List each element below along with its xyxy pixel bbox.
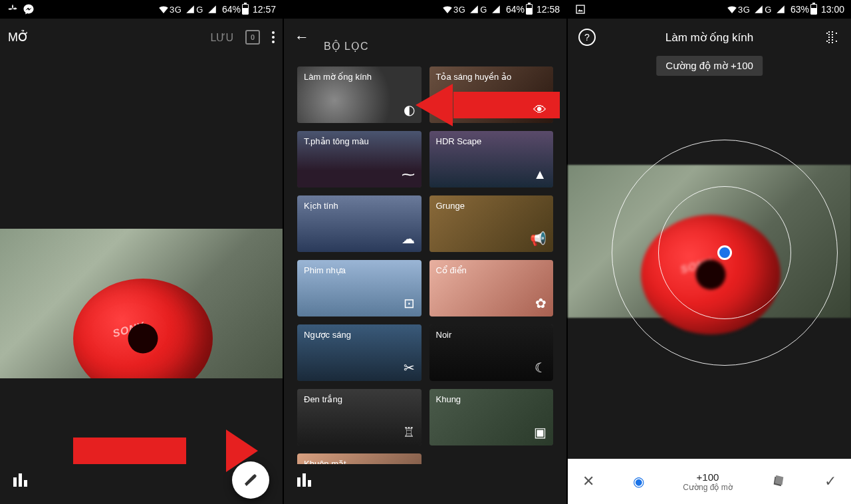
clock: 12:57 — [253, 4, 276, 15]
photo-subject: SONY — [73, 279, 213, 378]
intensity-chip: Cường độ mờ +100 — [656, 56, 763, 76]
signal-icon — [775, 3, 787, 15]
histogram-icon[interactable] — [13, 473, 27, 487]
filter-grainy-film[interactable]: Phim nhựa⊡ — [297, 260, 422, 316]
battery-indicator: 64% — [506, 4, 533, 15]
wifi-icon — [158, 3, 170, 15]
edits-count-badge[interactable]: 0 — [245, 30, 260, 45]
pinwheel-icon — [7, 3, 19, 15]
network-g: G — [765, 5, 772, 15]
value-number: +100 — [683, 471, 732, 483]
filter-label: T.phản tông màu — [304, 136, 369, 146]
status-bar: 3G G 63% 13:00 — [568, 0, 851, 19]
filter-label: Kịch tính — [304, 201, 338, 211]
aperture-icon: ◐ — [404, 102, 415, 118]
network-3g: 3G — [170, 5, 182, 15]
frame-icon: ▣ — [534, 424, 547, 440]
overflow-menu-icon[interactable] — [272, 31, 275, 43]
filter-glamour-glow[interactable]: Tỏa sáng huyền ảo👁 — [429, 66, 554, 123]
filters-heading: BỘ LỌC — [324, 40, 369, 53]
bottom-toolbar — [0, 456, 283, 504]
filter-lens-blur[interactable]: Làm mờ ống kính◐ — [297, 66, 422, 123]
film-icon: ⊡ — [404, 295, 415, 311]
svg-rect-0 — [576, 5, 584, 13]
screen-lens-blur: 3G G 63% 13:00 ? Làm mờ ống kính Cường đ… — [568, 0, 851, 504]
signal-icon — [753, 3, 765, 15]
battery-percent: 63% — [790, 4, 809, 15]
compare-icon[interactable] — [824, 29, 840, 45]
screen-main: 3G G 64% 12:57 MỞ LƯU 0 SONY — [0, 0, 284, 504]
filter-label: Khuôn mặt — [304, 459, 346, 464]
edit-fab[interactable] — [232, 461, 269, 499]
wifi-icon — [726, 3, 738, 15]
filter-label: Ngược sáng — [304, 330, 351, 340]
clock: 12:58 — [537, 4, 560, 15]
megaphone-icon: 📢 — [530, 231, 547, 247]
screen-filters: 3G G 64% 12:58 ← BỘ LỌC Làm mờ ống kính◐… — [284, 0, 568, 504]
filter-label: Khung — [436, 394, 461, 404]
battery-indicator: 64% — [222, 4, 249, 15]
wifi-icon — [441, 3, 453, 15]
status-bar: 3G G 64% 12:58 — [284, 0, 566, 19]
filter-tonal-contrast[interactable]: T.phản tông màu⁓ — [297, 131, 422, 188]
network-3g: 3G — [738, 5, 750, 15]
eye-icon: 👁 — [533, 102, 547, 118]
messenger-icon — [23, 3, 35, 15]
filter-label: Grunge — [436, 201, 465, 211]
signal-icon — [490, 3, 502, 15]
battery-percent: 64% — [506, 4, 525, 15]
battery-percent: 64% — [222, 4, 241, 15]
filter-label: Phim nhựa — [304, 265, 346, 275]
filter-frames[interactable]: Khung▣ — [429, 389, 554, 445]
blur-center-handle[interactable] — [717, 245, 732, 260]
signal-icon — [206, 3, 218, 15]
filter-grunge[interactable]: Grunge📢 — [429, 195, 554, 252]
filter-drama[interactable]: Kịch tính☁ — [297, 195, 422, 252]
editor-title: Làm mờ ống kính — [666, 31, 753, 45]
apply-button[interactable]: ✓ — [824, 473, 836, 490]
filter-hdr-scape[interactable]: HDR Scape▲ — [429, 131, 554, 188]
editor-bottom-bar: ✕ ◉ +100 Cường độ mờ ✓ — [568, 459, 851, 504]
signal-icon — [468, 3, 480, 15]
blur-shape-icon[interactable]: ◉ — [633, 473, 644, 489]
filter-label: Noir — [436, 330, 452, 340]
filter-label: Tỏa sáng huyền ảo — [436, 72, 512, 82]
moon-icon: ☾ — [535, 360, 547, 376]
status-bar: 3G G 64% 12:57 — [0, 0, 283, 19]
filter-label: HDR Scape — [436, 136, 482, 146]
filter-grid: Làm mờ ống kính◐ Tỏa sáng huyền ảo👁 T.ph… — [297, 66, 553, 464]
battery-indicator: 63% — [790, 4, 817, 15]
filter-noir[interactable]: Noir☾ — [429, 324, 554, 381]
flower-icon: ✿ — [535, 295, 547, 311]
help-icon[interactable]: ? — [578, 29, 596, 46]
cloud-icon: ☁ — [402, 231, 415, 247]
editor-header: ? Làm mờ ống kính — [568, 19, 851, 56]
network-g: G — [480, 5, 487, 15]
pulse-icon: ⁓ — [402, 166, 415, 182]
histogram-icon[interactable] — [297, 473, 311, 487]
eiffel-icon: ♖ — [403, 424, 415, 440]
open-button[interactable]: MỞ — [8, 30, 29, 45]
cancel-button[interactable]: ✕ — [582, 473, 594, 490]
back-arrow-icon[interactable]: ← — [295, 29, 309, 46]
save-button[interactable]: LƯU — [211, 31, 233, 44]
network-3g: 3G — [453, 5, 465, 15]
scissors-icon: ✂ — [404, 360, 415, 376]
filter-label: Đen trắng — [304, 394, 342, 404]
filter-label: Cổ điển — [436, 265, 467, 275]
filter-black-white[interactable]: Đen trắng♖ — [297, 389, 422, 445]
clock: 13:00 — [821, 4, 844, 15]
app-toolbar: MỞ LƯU 0 — [0, 19, 283, 56]
picture-icon — [574, 3, 586, 15]
pencil-icon — [245, 474, 257, 486]
value-display[interactable]: +100 Cường độ mờ — [683, 471, 732, 492]
photo-preview: SONY — [0, 229, 283, 378]
value-label: Cường độ mờ — [683, 483, 732, 492]
mountain-icon: ▲ — [533, 167, 547, 182]
filter-retrolux[interactable]: Cổ điển✿ — [429, 260, 554, 316]
blur-control-overlay[interactable] — [612, 140, 838, 366]
style-icon[interactable] — [771, 474, 786, 489]
network-g: G — [196, 5, 203, 15]
signal-icon — [184, 3, 196, 15]
filter-backlit[interactable]: Ngược sáng✂ — [297, 324, 422, 381]
